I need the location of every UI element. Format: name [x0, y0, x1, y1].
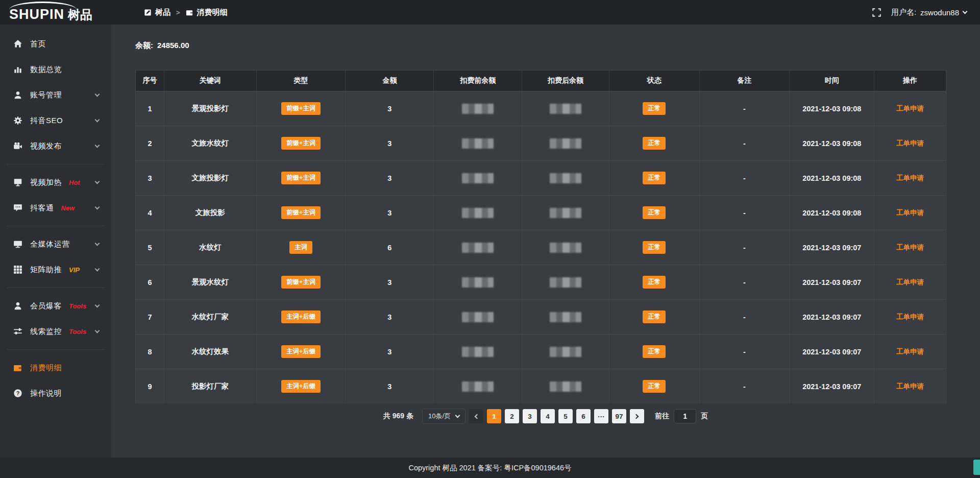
- table-header-row: 序号 关键词 类型 金额 扣费前余额 扣费后余额 状态 备注 时间 操作: [136, 70, 946, 91]
- sidebar-divider: [7, 226, 104, 226]
- brand-logo[interactable]: SHUPIN 树品: [0, 0, 111, 25]
- hot-tag: Hot: [69, 179, 80, 186]
- table-row: 9 投影灯厂家 主词+后缀 3 正常 - 2021-12-03 09:07 工单…: [136, 369, 946, 403]
- work-order-link[interactable]: 工单申请: [896, 278, 924, 287]
- monitor-icon: [13, 240, 22, 249]
- amount-cell: 3: [346, 196, 434, 230]
- tools-tag: Tools: [69, 302, 86, 310]
- col-header: 关键词: [164, 70, 257, 91]
- copyright-text: Copyright 树品 2021 备案号: 粤ICP备09019646号: [408, 463, 571, 473]
- balance-after-blurred: [550, 347, 581, 357]
- sidebar-divider: [7, 288, 104, 288]
- page-button-4[interactable]: 4: [541, 409, 555, 423]
- remark-cell: -: [700, 161, 790, 195]
- type-badge: 前缀+主词: [281, 172, 321, 185]
- time-cell: 2021-12-03 09:07: [790, 334, 874, 369]
- sidebar-item-video-publish[interactable]: 视频发布: [0, 133, 111, 159]
- status-badge: 正常: [643, 206, 666, 220]
- footer: Copyright 树品 2021 备案号: 粤ICP备09019646号: [0, 458, 980, 478]
- sidebar-divider: [7, 164, 104, 164]
- page-button-5[interactable]: 5: [558, 409, 573, 423]
- row-index: 7: [136, 300, 164, 334]
- sidebar-item-douyin-seo[interactable]: 抖音SEO: [0, 108, 111, 133]
- page-button-3[interactable]: 3: [523, 409, 537, 423]
- sliders-icon: [13, 327, 22, 336]
- tools-tag: Tools: [69, 328, 86, 336]
- col-header: 扣费前余额: [434, 70, 522, 91]
- row-index: 9: [136, 369, 164, 403]
- work-order-link[interactable]: 工单申请: [896, 347, 924, 356]
- sidebar-item-member-baoke[interactable]: 会员爆客 Tools: [0, 293, 111, 319]
- remark-cell: -: [700, 300, 790, 334]
- page-button-6[interactable]: 6: [576, 409, 591, 423]
- chat-widget-sliver[interactable]: [973, 460, 980, 475]
- row-index: 6: [136, 265, 164, 299]
- type-badge: 前缀+主词: [281, 102, 321, 115]
- amount-cell: 6: [346, 230, 434, 265]
- work-order-link[interactable]: 工单申请: [896, 243, 924, 252]
- amount-cell: 3: [346, 300, 434, 334]
- wallet-icon: [186, 9, 193, 16]
- next-page-button[interactable]: [630, 409, 644, 423]
- goto-page-input[interactable]: [674, 409, 696, 423]
- username-label: 用户名:: [891, 8, 916, 17]
- sidebar-item-home[interactable]: 首页: [0, 31, 111, 57]
- topbar: SHUPIN 树品 树品 > 消费明细 用户名: zswodun88: [0, 0, 980, 25]
- logo-text-cn: 树品: [68, 7, 92, 23]
- balance-after-blurred: [550, 381, 581, 392]
- page-button-1[interactable]: 1: [487, 409, 501, 423]
- work-order-link[interactable]: 工单申请: [896, 104, 924, 113]
- balance-after-blurred: [550, 138, 581, 149]
- page-size-select[interactable]: 10条/页: [422, 409, 465, 424]
- sidebar: 首页 数据总览 账号管理 抖音SEO 视频发布 视频加热 Hot 抖客通 New…: [0, 25, 111, 458]
- row-index: 2: [136, 126, 164, 160]
- balance-after-blurred: [550, 243, 581, 253]
- work-order-link[interactable]: 工单申请: [896, 208, 924, 218]
- table-row: 5 水纹灯 主词 6 正常 - 2021-12-03 09:07 工单申请: [136, 230, 946, 265]
- time-cell: 2021-12-03 09:07: [790, 369, 874, 403]
- status-badge: 正常: [643, 380, 666, 393]
- keyword-cell: 文旅水纹灯: [164, 126, 257, 160]
- amount-cell: 3: [346, 334, 434, 369]
- sidebar-item-omnimedia[interactable]: 全媒体运营: [0, 231, 111, 257]
- prev-page-button[interactable]: [469, 409, 483, 423]
- page-button-2[interactable]: 2: [505, 409, 519, 423]
- breadcrumb-root[interactable]: 树品: [144, 8, 170, 17]
- breadcrumb-separator: >: [176, 9, 180, 16]
- balance-before-blurred: [462, 138, 494, 149]
- logo-text-en: SHUPIN: [9, 7, 64, 22]
- sidebar-item-matrix-boost[interactable]: 矩阵助推 VIP: [0, 257, 111, 282]
- more-pages-button[interactable]: ···: [594, 409, 608, 423]
- work-order-link[interactable]: 工单申请: [896, 139, 924, 148]
- time-cell: 2021-12-03 09:07: [790, 265, 874, 299]
- sidebar-item-instructions[interactable]: ? 操作说明: [0, 380, 111, 406]
- page-button-97[interactable]: 97: [612, 409, 626, 423]
- remark-cell: -: [700, 265, 790, 299]
- row-index: 4: [136, 196, 164, 230]
- sidebar-item-clue-monitor[interactable]: 线索监控 Tools: [0, 319, 111, 344]
- time-cell: 2021-12-03 09:08: [790, 161, 874, 195]
- balance-label: 余额:: [135, 41, 153, 51]
- sidebar-item-douketong[interactable]: 抖客通 New: [0, 195, 111, 221]
- col-header: 类型: [257, 70, 346, 91]
- balance-after-blurred: [550, 173, 581, 183]
- balance-value: 24856.00: [157, 41, 189, 51]
- screen-icon: [13, 178, 22, 187]
- amount-cell: 3: [346, 369, 434, 403]
- work-order-link[interactable]: 工单申请: [896, 382, 924, 391]
- chevron-down-icon: [95, 117, 100, 123]
- balance: 余额: 24856.00: [135, 41, 189, 51]
- sidebar-item-data-overview[interactable]: 数据总览: [0, 57, 111, 82]
- user-menu[interactable]: 用户名: zswodun88: [891, 8, 967, 17]
- work-order-link[interactable]: 工单申请: [896, 313, 924, 322]
- table-row: 2 文旅水纹灯 前缀+主词 3 正常 - 2021-12-03 09:08 工单…: [136, 126, 946, 160]
- sidebar-item-consumption-detail[interactable]: 消费明细: [0, 355, 111, 380]
- fullscreen-icon[interactable]: [872, 8, 881, 17]
- work-order-link[interactable]: 工单申请: [896, 174, 924, 183]
- person-icon: [13, 301, 22, 310]
- sidebar-item-video-heat[interactable]: 视频加热 Hot: [0, 170, 111, 195]
- row-index: 3: [136, 161, 164, 195]
- breadcrumb-current[interactable]: 消费明细: [186, 8, 228, 17]
- remark-cell: -: [700, 369, 790, 403]
- sidebar-item-account-mgmt[interactable]: 账号管理: [0, 82, 111, 108]
